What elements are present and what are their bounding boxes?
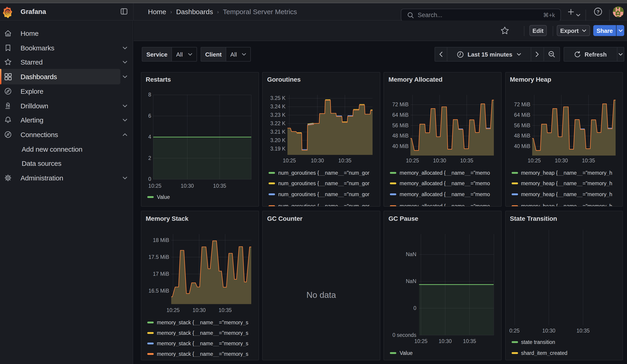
- svg-text:10:35: 10:35: [219, 307, 232, 313]
- svg-text:48 MiB: 48 MiB: [514, 133, 530, 138]
- svg-text:10:25: 10:25: [283, 157, 296, 163]
- svg-text:10:25: 10:25: [406, 157, 419, 163]
- svg-text:40 MiB: 40 MiB: [392, 143, 409, 149]
- svg-text:10:35: 10:35: [338, 157, 352, 163]
- svg-text:10:25: 10:25: [527, 157, 541, 163]
- svg-text:10:30: 10:30: [311, 157, 324, 163]
- svg-text:10:30: 10:30: [433, 157, 446, 163]
- svg-text:0 seconds: 0 seconds: [393, 332, 417, 338]
- svg-text:3.25 K: 3.25 K: [270, 95, 286, 101]
- svg-text:10:30: 10:30: [555, 157, 568, 163]
- svg-text:17.5 MiB: 17.5 MiB: [149, 254, 169, 260]
- svg-text:10:35: 10:35: [460, 157, 473, 163]
- svg-text:3.21 K: 3.21 K: [270, 129, 286, 135]
- svg-text:2: 2: [148, 155, 151, 161]
- svg-text:10:25: 10:25: [149, 183, 162, 189]
- svg-text:4: 4: [148, 134, 151, 140]
- svg-text:18 MiB: 18 MiB: [153, 237, 169, 243]
- svg-text:8: 8: [148, 92, 151, 97]
- svg-text:10:35: 10:35: [582, 157, 595, 163]
- svg-text:0:25: 0:25: [509, 328, 519, 334]
- svg-text:17 MiB: 17 MiB: [153, 271, 169, 277]
- svg-text:?: ?: [597, 9, 600, 14]
- svg-text:10:30: 10:30: [542, 328, 555, 334]
- svg-text:3.20 K: 3.20 K: [270, 137, 286, 143]
- svg-text:56 MiB: 56 MiB: [392, 122, 409, 128]
- svg-text:10:30: 10:30: [193, 307, 206, 313]
- svg-text:NaN: NaN: [406, 278, 417, 284]
- svg-text:40 MiB: 40 MiB: [514, 143, 530, 149]
- svg-text:48 MiB: 48 MiB: [392, 133, 409, 138]
- svg-text:56 MiB: 56 MiB: [514, 122, 530, 128]
- svg-text:64 MiB: 64 MiB: [392, 112, 409, 118]
- svg-text:0: 0: [414, 305, 417, 311]
- svg-text:10:35: 10:35: [213, 183, 226, 189]
- svg-text:64 MiB: 64 MiB: [514, 112, 530, 118]
- svg-text:72 MiB: 72 MiB: [514, 101, 530, 107]
- svg-text:6: 6: [148, 113, 151, 119]
- svg-text:16.5 MiB: 16.5 MiB: [149, 288, 169, 294]
- svg-text:10:25: 10:25: [166, 307, 180, 313]
- svg-text:10:35: 10:35: [576, 328, 590, 334]
- svg-text:10:30: 10:30: [439, 338, 452, 344]
- svg-text:3.19 K: 3.19 K: [270, 146, 286, 152]
- svg-text:3.22 K: 3.22 K: [270, 120, 286, 126]
- svg-text:0: 0: [148, 176, 151, 182]
- svg-text:10:30: 10:30: [181, 183, 194, 189]
- svg-text:10:25: 10:25: [415, 338, 428, 344]
- svg-text:10:35: 10:35: [463, 338, 476, 344]
- svg-text:72 MiB: 72 MiB: [392, 101, 409, 107]
- svg-text:3.23 K: 3.23 K: [270, 112, 286, 118]
- svg-text:3.24 K: 3.24 K: [270, 103, 286, 109]
- svg-text:NaN: NaN: [406, 251, 417, 257]
